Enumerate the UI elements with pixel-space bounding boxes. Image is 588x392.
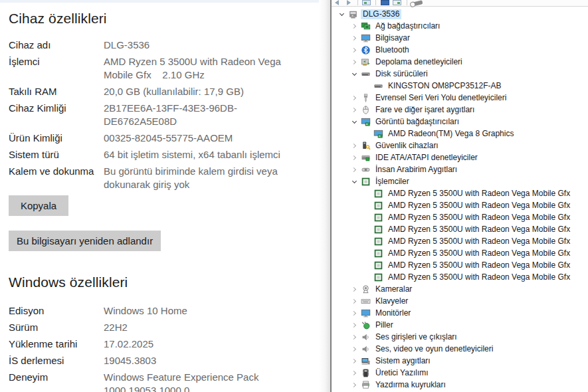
- rename-pc-button[interactable]: Bu bilgisayarı yeniden adlandır: [9, 231, 161, 251]
- tree-item-label[interactable]: AMD Ryzen 5 3500U with Radeon Vega Mobil…: [386, 201, 572, 211]
- tree-item[interactable]: Monitörler: [332, 307, 588, 319]
- tree-item[interactable]: IDE ATA/ATAPI denetleyiciler: [332, 151, 588, 163]
- spec-label: Ürün Kimliği: [9, 132, 104, 145]
- tree-item-label[interactable]: AMD Ryzen 5 3500U with Radeon Vega Mobil…: [386, 225, 572, 235]
- tree-item-label[interactable]: AMD Ryzen 5 3500U with Radeon Vega Mobil…: [386, 189, 572, 199]
- tree-item-label[interactable]: Klavyeler: [373, 296, 410, 306]
- tree-item-label[interactable]: KINGSTON OM8PCP3512F-AB: [386, 81, 504, 91]
- tree-item[interactable]: AMD Ryzen 5 3500U with Radeon Vega Mobil…: [332, 211, 588, 223]
- chevron-right-icon[interactable]: [349, 57, 359, 66]
- tree-item-label[interactable]: Kameralar: [373, 284, 414, 294]
- tree-item[interactable]: Kameralar: [332, 283, 588, 295]
- chevron-spacer: [362, 248, 371, 258]
- tree-item[interactable]: AMD Ryzen 5 3500U with Radeon Vega Mobil…: [332, 259, 588, 271]
- chevron-right-icon[interactable]: [349, 93, 359, 102]
- forward-arrow-icon[interactable]: [347, 0, 351, 5]
- chevron-right-icon[interactable]: [349, 153, 359, 162]
- tree-item[interactable]: AMD Ryzen 5 3500U with Radeon Vega Mobil…: [332, 199, 588, 211]
- tree-item-label[interactable]: DLG-3536: [361, 9, 401, 19]
- tree-item-label[interactable]: AMD Ryzen 5 3500U with Radeon Vega Mobil…: [386, 237, 572, 246]
- tree-item-label[interactable]: Ses girişleri ve çıkışları: [373, 332, 459, 342]
- chevron-down-icon[interactable]: [349, 117, 359, 126]
- copy-button[interactable]: Kopyala: [9, 195, 68, 216]
- tree-item-label[interactable]: İşlemciler: [373, 177, 411, 187]
- tree-item-label[interactable]: AMD Radeon(TM) Vega 8 Graphics: [386, 129, 516, 139]
- tree-item-label[interactable]: Ağ bağdaştırıcıları: [373, 21, 442, 31]
- tree-item-label[interactable]: IDE ATA/ATAPI denetleyiciler: [373, 153, 480, 163]
- processor-icon: [373, 213, 383, 223]
- wrench-icon[interactable]: [412, 0, 423, 7]
- tree-item[interactable]: İşlemciler: [332, 175, 588, 187]
- chevron-right-icon[interactable]: [349, 45, 359, 54]
- tree-item[interactable]: Klavyeler: [332, 295, 588, 307]
- tree-item-label[interactable]: AMD Ryzen 5 3500U with Radeon Vega Mobil…: [386, 260, 572, 270]
- tree-item-label[interactable]: Evrensel Seri Veri Yolu denetleyicileri: [373, 93, 508, 103]
- tree-item-label[interactable]: Ses, video ve oyun denetleyicileri: [373, 344, 495, 354]
- chevron-right-icon[interactable]: [349, 21, 359, 31]
- tree-item[interactable]: Disk sürücüleri: [332, 68, 588, 80]
- tree-item[interactable]: Ses, video ve oyun denetleyicileri: [332, 343, 588, 355]
- tree-item[interactable]: AMD Ryzen 5 3500U with Radeon Vega Mobil…: [332, 271, 588, 283]
- tree-item[interactable]: Görüntü bağdaştırıcıları: [332, 116, 588, 128]
- chevron-right-icon[interactable]: [349, 296, 359, 306]
- chevron-right-icon[interactable]: [349, 141, 359, 150]
- chevron-right-icon[interactable]: [349, 308, 359, 318]
- chevron-down-icon[interactable]: [337, 9, 346, 19]
- tree-item[interactable]: Evrensel Seri Veri Yolu denetleyicileri: [332, 92, 588, 104]
- tree-item[interactable]: Bluetooth: [332, 44, 588, 56]
- chevron-right-icon[interactable]: [349, 332, 359, 342]
- tree-item[interactable]: Piller: [332, 319, 588, 331]
- back-arrow-icon[interactable]: [335, 0, 339, 5]
- tree-item[interactable]: AMD Ryzen 5 3500U with Radeon Vega Mobil…: [332, 223, 588, 235]
- tree-item[interactable]: Ağ bağdaştırıcıları: [332, 20, 588, 32]
- console-window-icon[interactable]: [362, 0, 371, 5]
- tree-item-label[interactable]: Depolama denetleyicileri: [373, 57, 464, 67]
- tree-item[interactable]: AMD Ryzen 5 3500U with Radeon Vega Mobil…: [332, 247, 588, 259]
- tree-item-label[interactable]: Yazdırma kuyrukları: [373, 380, 448, 390]
- tree-item[interactable]: AMD Ryzen 5 3500U with Radeon Vega Mobil…: [332, 187, 588, 199]
- tree-item[interactable]: Ses girişleri ve çıkışları: [332, 331, 588, 343]
- help-icon[interactable]: [381, 0, 389, 5]
- tree-item[interactable]: Fare ve diğer işaret aygıtları: [332, 104, 588, 116]
- tree-item-label[interactable]: AMD Ryzen 5 3500U with Radeon Vega Mobil…: [386, 213, 572, 223]
- tree-item-label[interactable]: Disk sürücüleri: [373, 69, 430, 79]
- chevron-right-icon[interactable]: [349, 33, 359, 43]
- chevron-right-icon[interactable]: [349, 380, 359, 389]
- tree-item-label[interactable]: AMD Ryzen 5 3500U with Radeon Vega Mobil…: [386, 272, 572, 282]
- tree-item-label[interactable]: İnsan Arabirim Aygıtları: [373, 165, 459, 175]
- chevron-down-icon[interactable]: [349, 69, 359, 78]
- chevron-right-icon[interactable]: [349, 165, 359, 174]
- tree-item[interactable]: Bilgisayar: [332, 32, 588, 44]
- tree-item[interactable]: DLG-3536: [332, 8, 588, 20]
- chevron-right-icon[interactable]: [349, 320, 359, 330]
- tree-item-label[interactable]: Güvenlik cihazları: [373, 141, 441, 151]
- tree-item-label[interactable]: Bilgisayar: [373, 33, 412, 43]
- tree-item-label[interactable]: AMD Ryzen 5 3500U with Radeon Vega Mobil…: [386, 248, 572, 258]
- tree-item[interactable]: AMD Radeon(TM) Vega 8 Graphics: [332, 128, 588, 140]
- tree-item[interactable]: AMD Ryzen 5 3500U with Radeon Vega Mobil…: [332, 235, 588, 247]
- tree-item[interactable]: Güvenlik cihazları: [332, 140, 588, 151]
- tree-item[interactable]: İnsan Arabirim Aygıtları: [332, 163, 588, 175]
- processor-icon: [373, 201, 383, 211]
- tree-item[interactable]: Üretici Yazılımı: [332, 367, 588, 379]
- tree-item-label[interactable]: Sistem aygıtları: [373, 356, 433, 366]
- chevron-right-icon[interactable]: [349, 356, 359, 365]
- chevron-right-icon[interactable]: [349, 105, 359, 114]
- chevron-down-icon[interactable]: [349, 177, 359, 186]
- tree-item-label[interactable]: Görüntü bağdaştırıcıları: [373, 117, 461, 127]
- tree-item-label[interactable]: Fare ve diğer işaret aygıtları: [373, 105, 476, 115]
- tree-item[interactable]: Sistem aygıtları: [332, 355, 588, 367]
- chevron-right-icon[interactable]: [349, 284, 359, 294]
- properties-window-icon[interactable]: [393, 0, 401, 5]
- tree-item[interactable]: Yazdırma kuyrukları: [332, 379, 588, 391]
- tree-item[interactable]: KINGSTON OM8PCP3512F-AB: [332, 80, 588, 92]
- tree-item-label[interactable]: Bluetooth: [373, 45, 411, 55]
- tree-item-label[interactable]: Monitörler: [373, 308, 413, 318]
- tree-item-label[interactable]: Üretici Yazılımı: [373, 368, 431, 378]
- chevron-right-icon[interactable]: [349, 368, 359, 377]
- chevron-right-icon[interactable]: [349, 344, 359, 353]
- tree-item-label[interactable]: Piller: [373, 320, 395, 330]
- spec-value: Windows 10 Home: [104, 304, 187, 318]
- processor-icon: [373, 272, 383, 282]
- tree-item[interactable]: Depolama denetleyicileri: [332, 56, 588, 68]
